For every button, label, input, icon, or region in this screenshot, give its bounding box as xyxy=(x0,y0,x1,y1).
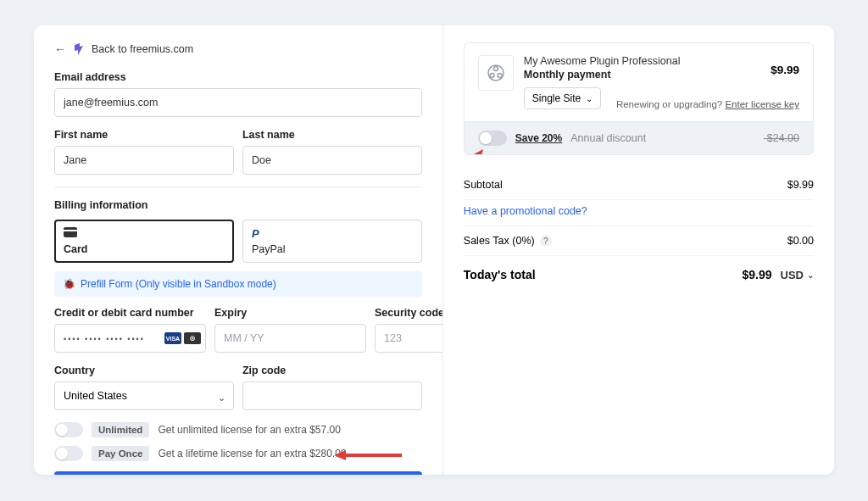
back-link-label: Back to freemius.com xyxy=(92,43,193,55)
plan-price: $9.99 xyxy=(771,64,799,76)
subtotal-label: Subtotal xyxy=(464,179,503,191)
payment-tab-paypal-label: PayPal xyxy=(252,243,413,255)
firstname-label: First name xyxy=(54,129,234,141)
card-icon xyxy=(64,227,225,240)
svg-rect-1 xyxy=(64,230,77,231)
payonce-text: Get a lifetime license for an extra $280… xyxy=(158,448,346,459)
unlimited-badge: Unlimited xyxy=(92,422,149,437)
unlimited-text: Get unlimited license for an extra $57.0… xyxy=(158,424,340,436)
svg-point-7 xyxy=(498,74,502,78)
lastname-label: Last name xyxy=(242,129,422,141)
email-label: Email address xyxy=(54,71,422,83)
svg-point-5 xyxy=(493,67,498,71)
zip-label: Zip code xyxy=(242,365,422,376)
chevron-down-icon: ⌄ xyxy=(586,94,593,103)
country-select[interactable]: United States xyxy=(54,381,234,410)
payonce-badge: Pay Once xyxy=(92,446,149,461)
annotation-arrow-icon xyxy=(464,148,488,155)
firstname-field[interactable] xyxy=(54,146,234,175)
svg-line-8 xyxy=(464,154,480,155)
plugin-icon xyxy=(478,55,514,91)
cc-label: Credit or debit card number xyxy=(54,307,206,319)
diners-icon: ◎ xyxy=(184,332,201,344)
lastname-field[interactable] xyxy=(242,146,422,175)
card-brand-icons: VISA ◎ xyxy=(164,332,201,344)
payment-tab-card-label: Card xyxy=(64,243,225,255)
email-field[interactable] xyxy=(54,88,422,117)
save-percent-label: Save 20% xyxy=(515,132,562,144)
cvv-field[interactable] xyxy=(375,324,443,353)
cvv-label: Security code xyxy=(375,307,443,319)
promo-code-link[interactable]: Have a promotional code? xyxy=(464,200,814,226)
currency-label: USD xyxy=(781,269,804,281)
country-label: Country xyxy=(54,365,234,376)
billing-heading: Billing information xyxy=(54,199,422,211)
divider xyxy=(54,186,422,187)
back-arrow-icon: ← xyxy=(54,42,66,56)
license-select[interactable]: Single Site ⌄ xyxy=(524,87,601,109)
chevron-down-icon: ⌄ xyxy=(807,270,814,280)
tax-value: $0.00 xyxy=(787,235,814,247)
svg-point-6 xyxy=(490,74,494,78)
total-label: Today's total xyxy=(464,268,536,281)
back-link[interactable]: ← Back to freemius.com xyxy=(54,42,422,56)
total-value: $9.99 xyxy=(743,268,772,281)
bug-icon: 🐞 xyxy=(63,278,75,290)
zip-field[interactable] xyxy=(242,381,422,410)
sandbox-prefill-label: Prefill Form (Only visible in Sandbox mo… xyxy=(81,278,276,290)
review-order-button[interactable]: Review Order → xyxy=(54,471,422,475)
unlimited-toggle[interactable] xyxy=(54,422,83,437)
payonce-toggle[interactable] xyxy=(54,446,83,461)
enter-license-link[interactable]: Enter license key xyxy=(725,99,799,109)
subtotal-value: $9.99 xyxy=(787,179,814,191)
svg-rect-0 xyxy=(64,227,77,237)
billing-cycle: Monthly payment xyxy=(524,69,681,81)
svg-point-4 xyxy=(488,65,504,81)
expiry-field[interactable] xyxy=(214,324,366,353)
plugin-name: My Awesome Plugin Professional xyxy=(524,55,681,67)
svg-marker-9 xyxy=(470,149,483,155)
freemius-logo-icon xyxy=(73,43,85,55)
renew-upgrade-text: Renewing or upgrading? Enter license key xyxy=(616,99,799,109)
paypal-icon: P xyxy=(252,227,413,240)
tax-label: Sales Tax (0%) xyxy=(464,235,535,247)
annual-discount-amount: -$24.00 xyxy=(764,132,799,144)
license-select-label: Single Site xyxy=(532,92,581,104)
payment-tab-card[interactable]: Card xyxy=(54,220,234,263)
payment-tab-paypal[interactable]: P PayPal xyxy=(242,220,422,263)
currency-select[interactable]: USD ⌄ xyxy=(781,269,814,281)
annual-discount-label: Annual discount xyxy=(570,132,646,144)
sandbox-prefill-link[interactable]: 🐞 Prefill Form (Only visible in Sandbox … xyxy=(54,271,422,297)
help-icon[interactable]: ? xyxy=(540,235,552,247)
annual-discount-toggle[interactable] xyxy=(478,131,507,146)
visa-icon: VISA xyxy=(164,332,181,344)
expiry-label: Expiry xyxy=(214,307,366,319)
